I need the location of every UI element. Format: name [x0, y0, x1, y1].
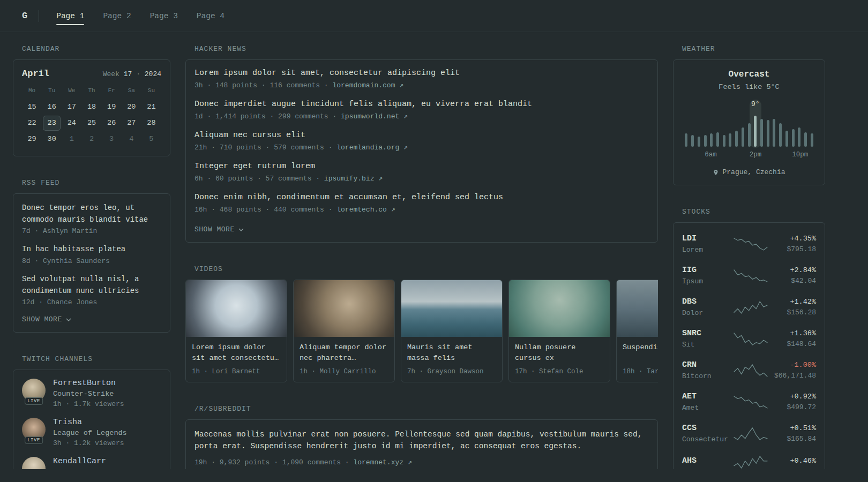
reddit-post-meta: 19h · 9,932 points · 1,090 comments · lo…: [194, 458, 649, 466]
video-title[interactable]: Mauris sit amet massa felis: [407, 342, 496, 364]
rss-item-title[interactable]: In hac habitasse platea: [22, 244, 161, 255]
reddit-post-domain-link[interactable]: loremnet.xyz: [353, 458, 403, 466]
twitch-channel-row[interactable]: LIVEKendallCarr: [22, 457, 161, 469]
weather-bar-column: [803, 114, 809, 147]
video-info: Aliquam tempor dolor nec pharetra…1h · M…: [294, 337, 394, 382]
hn-item-domain-link[interactable]: loremlandia.org: [336, 144, 399, 152]
video-title[interactable]: Suspendisse diam: [623, 342, 658, 364]
video-card[interactable]: Aliquam tempor dolor nec pharetra…1h · M…: [293, 280, 395, 382]
hn-item-title[interactable]: Integer eget rutrum lorem: [194, 162, 649, 171]
app-logo[interactable]: G: [22, 11, 27, 21]
live-badge: LIVE: [25, 397, 43, 405]
hn-item-title[interactable]: Aliquam nec cursus elit: [194, 131, 649, 140]
video-thumbnail[interactable]: [294, 280, 394, 337]
video-title[interactable]: Lorem ipsum dolor sit amet consectetu…: [192, 342, 281, 364]
hn-item-domain-link[interactable]: loremdomain.com: [332, 81, 395, 89]
calendar-day-grid: 1516171819202122232425262728293012345: [22, 99, 161, 147]
hn-item-title[interactable]: Lorem ipsum dolor sit amet, consectetur …: [194, 69, 649, 78]
stock-row[interactable]: AETAmet+0.92%$499.72: [682, 386, 816, 418]
tab-page-1[interactable]: Page 1: [50, 0, 90, 32]
video-thumbnail[interactable]: [617, 280, 658, 337]
weather-bar-column: [739, 114, 746, 147]
stock-row[interactable]: SNRCSit+1.36%$148.64: [682, 323, 816, 355]
rss-item-meta: 8d · Cynthia Saunders: [22, 257, 161, 265]
twitch-avatar[interactable]: LIVE: [22, 418, 46, 441]
calendar-weekday: Th: [81, 85, 101, 99]
tab-page-2[interactable]: Page 2: [97, 0, 137, 32]
rss-header: RSS FEED: [13, 179, 170, 187]
subreddit-header: /R/SUBREDDIT: [185, 405, 658, 413]
calendar-week-number: 17: [124, 70, 132, 78]
hn-item-title[interactable]: Donec enim nibh, condimentum et accumsan…: [194, 193, 649, 202]
calendar-day: 18: [83, 100, 100, 115]
stock-row[interactable]: CRNBitcorn-1.00%$66,171.48: [682, 355, 816, 386]
rss-item-title[interactable]: Donec tempor eros leo, ut commodo mauris…: [22, 202, 161, 225]
rss-item-title[interactable]: Sed volutpat nulla nisl, a condimentum n…: [22, 274, 161, 297]
reddit-post-title[interactable]: Maecenas mollis pulvinar erat non posuer…: [194, 428, 649, 453]
weather-bar: [716, 132, 719, 147]
stock-values: +2.84%$42.04: [772, 266, 816, 285]
rss-widget: RSS FEED Donec tempor eros leo, ut commo…: [13, 179, 170, 333]
hn-show-more-label: SHOW MORE: [194, 225, 235, 234]
weather-bar-column: [809, 114, 815, 147]
stock-price: $795.18: [772, 245, 816, 253]
weather-location: Prague, Czechia: [682, 168, 816, 176]
calendar-day: 4: [123, 132, 140, 147]
twitch-widget: TWITCH CHANNELS LIVEForrestBurtonCounter…: [13, 355, 170, 469]
weather-bar-column: [777, 114, 784, 147]
stock-row[interactable]: IIGIpsum+2.84%$42.04: [682, 260, 816, 291]
stock-price: $42.04: [772, 277, 816, 285]
twitch-channel-name[interactable]: ForrestBurton: [53, 379, 124, 388]
stock-sparkline-chart: [734, 455, 768, 469]
video-card[interactable]: Nullam posuere cursus ex17h · Stefan Col…: [508, 280, 610, 382]
video-card[interactable]: Mauris sit amet massa felis7h · Grayson …: [401, 280, 503, 382]
stock-row[interactable]: CCSConsectetur+0.51%$165.84: [682, 418, 816, 449]
calendar-day: 16: [43, 100, 61, 115]
stock-row[interactable]: AHS+0.46%: [682, 449, 816, 469]
twitch-channel-name[interactable]: Trisha: [53, 418, 127, 427]
video-thumbnail[interactable]: [401, 280, 502, 337]
rss-show-more-button[interactable]: SHOW MORE: [22, 315, 71, 323]
tab-page-4[interactable]: Page 4: [191, 0, 230, 32]
video-thumbnail[interactable]: [186, 280, 287, 337]
hn-item: Lorem ipsum dolor sit amet, consectetur …: [194, 69, 649, 89]
video-card[interactable]: Lorem ipsum dolor sit amet consectetu…1h…: [185, 280, 287, 382]
twitch-channel-row[interactable]: LIVETrishaLeague of Legends3h · 1.2k vie…: [22, 418, 161, 447]
calendar-week-label: Week: [103, 70, 119, 78]
hn-show-more-button[interactable]: SHOW MORE: [194, 225, 244, 234]
weather-bar: [748, 123, 751, 147]
rss-item-meta: 12d · Chance Jones: [22, 298, 161, 306]
stock-change: -1.00%: [772, 361, 816, 369]
stock-row[interactable]: DBSDolor+1.42%$156.28: [682, 291, 816, 323]
stock-sparkline-chart: [734, 300, 768, 314]
video-title[interactable]: Aliquam tempor dolor nec pharetra…: [300, 342, 388, 364]
video-title[interactable]: Nullam posuere cursus ex: [515, 342, 604, 364]
twitch-avatar[interactable]: LIVE: [22, 379, 46, 402]
tab-page-3[interactable]: Page 3: [144, 0, 184, 32]
stock-name: Ipsum: [682, 277, 729, 285]
twitch-channel-row[interactable]: LIVEForrestBurtonCounter-Strike1h · 1.7k…: [22, 379, 161, 408]
weather-header: WEATHER: [673, 45, 825, 53]
hn-item-meta-text: 3h · 148 points · 116 comments ·: [194, 81, 332, 89]
hn-item-domain-link[interactable]: ipsumify.biz: [324, 175, 375, 183]
weather-bar: [735, 131, 738, 147]
calendar-day-today: 23: [43, 116, 61, 131]
hn-item-meta: 1d · 1,414 points · 299 comments · ipsum…: [194, 112, 649, 120]
video-card[interactable]: Suspendisse diam18h · Tara Bryant: [616, 280, 658, 382]
hn-item-domain-link[interactable]: loremtech.co: [336, 206, 387, 214]
hn-item-meta-text: 21h · 710 points · 579 comments ·: [194, 144, 336, 152]
twitch-channel-meta: 3h · 1.2k viewers: [53, 439, 127, 447]
hn-item-title[interactable]: Donec imperdiet augue tincidunt felis al…: [194, 100, 649, 109]
stock-change: +0.92%: [772, 393, 816, 401]
videos-header: VIDEOS: [185, 265, 658, 273]
twitch-channel-name[interactable]: KendallCarr: [53, 457, 106, 466]
subreddit-widget: /R/SUBREDDIT Maecenas mollis pulvinar er…: [185, 405, 658, 469]
video-thumbnail[interactable]: [509, 280, 610, 337]
stock-symbol: LDI: [682, 234, 729, 243]
hn-item-domain-link[interactable]: ipsumworld.net: [341, 112, 399, 120]
stock-price: $66,171.48: [772, 372, 816, 380]
stock-row[interactable]: LDILorem+4.35%$795.18: [682, 228, 816, 260]
calendar-day: 3: [103, 132, 121, 147]
reddit-post-meta-text: 19h · 9,932 points · 1,090 comments ·: [194, 458, 353, 466]
twitch-avatar[interactable]: LIVE: [22, 457, 46, 469]
